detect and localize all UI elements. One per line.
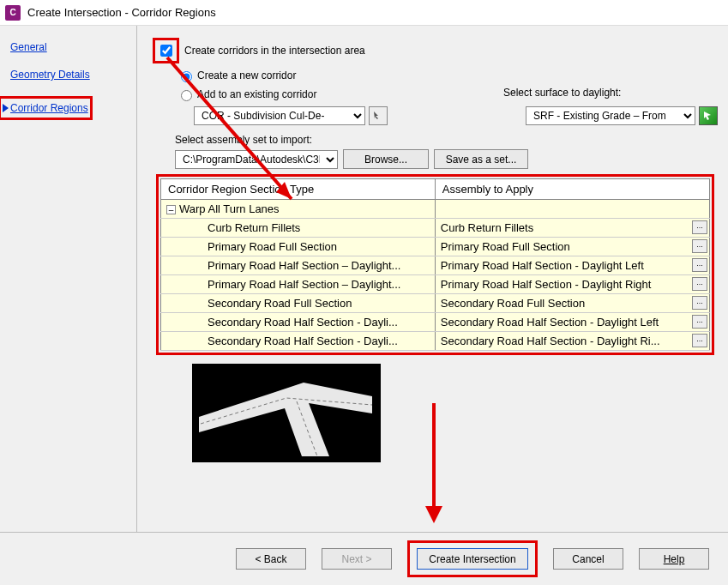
asm-cell[interactable]: Secondary Road Half Section - Daylight R… <box>435 332 709 351</box>
assembly-path-select[interactable]: C:\ProgramData\Autodesk\C3D 2023\enu\Ass… <box>175 150 338 169</box>
daylight-surface-select[interactable]: SRF - Existing Grade – From <box>526 106 695 125</box>
nav-corridor-highlight: Corridor Regions <box>0 96 93 120</box>
wizard-sidebar: General Geometry Details Corridor Region… <box>0 26 137 532</box>
radio-create-new-label: Create a new corridor <box>197 69 296 81</box>
group-label: Warp All Turn Lanes <box>179 202 280 215</box>
radio-create-new[interactable] <box>181 71 192 82</box>
asm-cell[interactable]: Primary Road Full Section··· <box>435 238 709 256</box>
browse-asm-button[interactable]: ··· <box>692 315 707 329</box>
app-icon: C <box>5 5 21 21</box>
type-cell[interactable]: Primary Road Half Section – Daylight... <box>161 256 436 275</box>
type-cell[interactable]: Secondary Road Full Section <box>161 294 436 313</box>
browse-asm-button[interactable]: ··· <box>692 239 707 253</box>
browse-asm-button[interactable]: ··· <box>692 334 707 347</box>
pick-corridor-button[interactable] <box>369 106 388 125</box>
browse-asm-button[interactable]: ··· <box>692 258 707 272</box>
corridor-name-select[interactable]: COR - Subdivision Cul-De- <box>194 106 365 125</box>
create-corridors-highlight <box>153 38 179 63</box>
asm-cell[interactable]: Primary Road Half Section - Daylight Rig… <box>435 275 709 294</box>
pick-surface-button[interactable] <box>699 106 718 125</box>
asm-cell[interactable]: Secondary Road Half Section - Daylight L… <box>435 313 709 332</box>
type-cell[interactable]: Primary Road Half Section – Daylight... <box>161 275 436 294</box>
browse-asm-button[interactable]: ··· <box>692 220 707 234</box>
nav-general[interactable]: General <box>10 41 126 53</box>
nav-corridor-regions[interactable]: Corridor Regions <box>3 102 88 114</box>
svg-marker-4 <box>425 506 442 523</box>
type-cell[interactable]: Curb Return Fillets <box>161 219 436 238</box>
collapse-icon[interactable]: – <box>166 205 176 214</box>
group-row[interactable]: –Warp All Turn Lanes <box>161 200 436 219</box>
asm-cell[interactable]: Curb Return Fillets··· <box>435 219 709 238</box>
current-step-icon <box>3 104 9 112</box>
next-button: Next > <box>322 548 392 570</box>
browse-asm-button[interactable]: ··· <box>692 277 707 291</box>
content-panel: Create corridors in the intersection are… <box>137 26 728 532</box>
create-corridors-checkbox[interactable] <box>160 45 172 57</box>
cancel-button[interactable]: Cancel <box>553 548 623 570</box>
nav-corridor-label: Corridor Regions <box>10 102 88 114</box>
radio-add-existing-label: Add to an existing corridor <box>197 88 316 100</box>
asm-cell[interactable]: Secondary Road Full Section··· <box>435 294 709 313</box>
assembly-set-label: Select assembly set to import: <box>175 134 718 146</box>
type-cell[interactable]: Secondary Road Half Section - Dayli... <box>161 313 436 332</box>
cursor-icon <box>703 111 713 121</box>
browse-button[interactable]: Browse... <box>343 149 429 169</box>
type-cell[interactable]: Primary Road Full Section <box>161 238 436 256</box>
svg-marker-0 <box>199 383 372 456</box>
col-assembly[interactable]: Assembly to Apply <box>435 179 709 200</box>
window-title: Create Intersection - Corridor Regions <box>27 6 216 19</box>
back-button[interactable]: < Back <box>236 548 306 570</box>
help-button[interactable]: Help <box>639 548 709 570</box>
pick-icon <box>373 111 383 121</box>
radio-add-existing[interactable] <box>181 90 192 101</box>
region-table-highlight: Corridor Region Section Type Assembly to… <box>156 174 714 355</box>
wizard-footer: < Back Next > Create Intersection Cancel… <box>0 532 728 585</box>
region-table: Corridor Region Section Type Assembly to… <box>160 178 710 351</box>
save-as-set-button[interactable]: Save as a set... <box>434 149 528 169</box>
daylight-label: Select surface to daylight: <box>503 87 718 99</box>
titlebar: C Create Intersection - Corridor Regions <box>0 0 728 26</box>
intersection-preview <box>192 364 381 462</box>
create-intersection-button[interactable]: Create Intersection <box>417 548 528 570</box>
create-intersection-highlight: Create Intersection <box>407 540 538 577</box>
nav-geometry-details[interactable]: Geometry Details <box>10 69 126 81</box>
asm-cell[interactable]: Primary Road Half Section - Daylight Lef… <box>435 256 709 275</box>
type-cell[interactable]: Secondary Road Half Section - Dayli... <box>161 332 436 351</box>
col-section-type[interactable]: Corridor Region Section Type <box>161 179 436 200</box>
create-corridors-label: Create corridors in the intersection are… <box>184 45 365 57</box>
browse-asm-button[interactable]: ··· <box>692 296 707 310</box>
